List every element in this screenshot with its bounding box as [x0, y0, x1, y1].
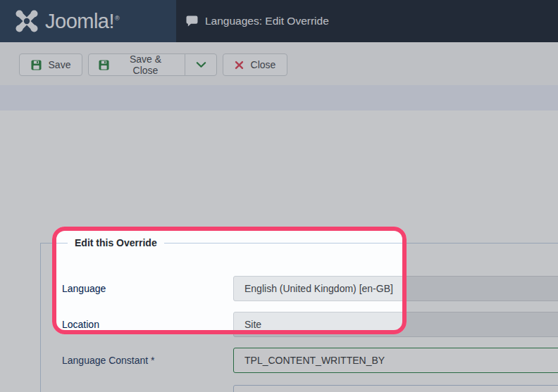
language-constant-field[interactable] [233, 348, 558, 373]
close-x-icon [235, 61, 244, 70]
save-and-close-button[interactable]: Save & Close [88, 53, 185, 76]
header-brand-area: Joomla!® [0, 0, 176, 42]
save-dropdown-toggle[interactable] [185, 53, 217, 76]
joomla-logo-icon [14, 8, 39, 34]
save-button[interactable]: Save [19, 53, 82, 76]
language-constant-label: Language Constant * [62, 348, 228, 373]
brand-text: Joomla! [45, 10, 114, 33]
brand-wordmark[interactable]: Joomla!® [45, 10, 119, 33]
text-label: Text [62, 385, 228, 392]
location-field [233, 312, 558, 337]
comment-bubble-icon [186, 15, 198, 27]
app-window: Joomla!® Languages: Edit Override Save [0, 0, 558, 392]
text-field[interactable]: Written by [233, 385, 558, 392]
save-floppy-icon [99, 60, 109, 70]
language-label: Language [62, 276, 228, 301]
save-and-close-button-label: Save & Close [116, 53, 175, 76]
close-button[interactable]: Close [223, 53, 287, 76]
edit-override-form: Edit this Override Language Location Lan… [0, 110, 558, 392]
save-floppy-icon [31, 60, 42, 70]
close-button-label: Close [251, 59, 276, 70]
header-title-bar: Languages: Edit Override [176, 0, 558, 42]
fieldset-left-border [40, 243, 41, 392]
chevron-down-icon [196, 61, 206, 68]
fieldset-legend: Edit this Override [68, 237, 164, 248]
location-label: Location [62, 312, 228, 337]
brand-registered-mark: ® [115, 15, 119, 22]
language-field [233, 276, 558, 301]
page-background-band [0, 85, 558, 110]
page-title: Languages: Edit Override [205, 15, 329, 27]
save-button-label: Save [49, 59, 71, 70]
toolbar: Save Save & Close [0, 42, 558, 85]
